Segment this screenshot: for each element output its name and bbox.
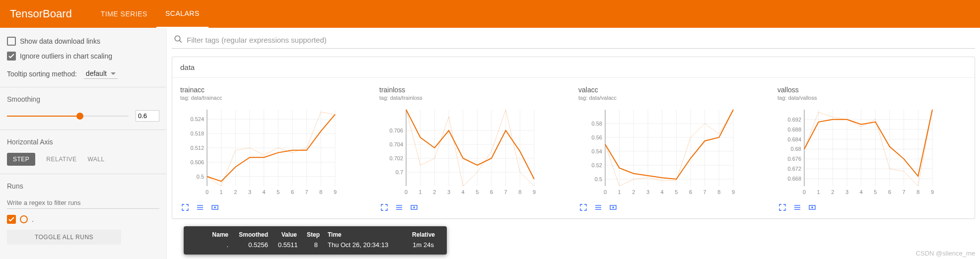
tt-h-smoothed: Smoothed (233, 231, 273, 238)
chart-title: trainloss (379, 86, 568, 94)
label-tooltip-sort: Tooltip sorting method: (7, 70, 77, 78)
chart-title: valacc (578, 86, 768, 94)
main-panel: data trainacc tag: data/trainacc 0.50.50… (167, 28, 980, 259)
svg-text:0.512: 0.512 (190, 145, 204, 151)
svg-point-71 (414, 207, 415, 208)
svg-text:0.524: 0.524 (190, 116, 204, 122)
expand-icon[interactable] (777, 203, 787, 211)
haxis-relative[interactable]: RELATIVE (46, 156, 76, 163)
svg-text:0: 0 (405, 189, 408, 195)
rect-icon[interactable] (807, 203, 817, 211)
chart-tag: tag: data/valloss (777, 95, 967, 101)
svg-text:0: 0 (803, 189, 806, 195)
chart-plot[interactable]: 0.50.5060.5120.5180.5240123456789 (180, 104, 369, 199)
list-icon[interactable] (792, 203, 802, 211)
checkbox-run-0[interactable] (7, 215, 16, 224)
search-input[interactable] (187, 36, 975, 44)
svg-text:2: 2 (433, 189, 436, 195)
chart-tag: tag: data/trainloss (379, 95, 568, 101)
tt-smoothed: 0.5256 (233, 241, 273, 249)
brand-logo: TensorBoard (10, 7, 72, 20)
svg-text:0.706: 0.706 (389, 128, 403, 133)
checkbox-ignore-outliers[interactable] (7, 52, 16, 61)
svg-text:0.702: 0.702 (389, 155, 403, 161)
expand-icon[interactable] (379, 203, 389, 211)
svg-text:0.58: 0.58 (592, 121, 602, 127)
svg-text:1: 1 (618, 189, 621, 195)
svg-text:7: 7 (305, 189, 308, 195)
svg-text:0.684: 0.684 (787, 136, 801, 142)
nav-tabs: TIME SERIES SCALARS (92, 0, 209, 28)
svg-point-147 (812, 207, 813, 208)
chart-trainacc: trainacc tag: data/trainacc 0.50.5060.51… (175, 82, 374, 213)
chart-actions (180, 203, 369, 211)
tab-scalars[interactable]: SCALARS (156, 0, 209, 28)
group-title: data (172, 57, 975, 78)
rect-icon[interactable] (608, 203, 618, 211)
svg-text:0: 0 (206, 189, 209, 195)
svg-text:6: 6 (291, 189, 294, 195)
svg-text:1: 1 (419, 189, 422, 195)
svg-text:4: 4 (860, 189, 863, 195)
chart-title: valloss (777, 86, 967, 94)
svg-text:0.52: 0.52 (592, 162, 602, 168)
svg-text:0.676: 0.676 (787, 156, 801, 162)
svg-point-0 (175, 36, 180, 41)
svg-text:0.7: 0.7 (396, 169, 403, 175)
svg-text:9: 9 (533, 189, 536, 195)
svg-line-1 (179, 40, 182, 43)
rect-icon[interactable] (210, 203, 220, 211)
chart-actions (777, 203, 967, 211)
list-icon[interactable] (394, 203, 404, 211)
toggle-all-runs-button[interactable]: TOGGLE ALL RUNS (7, 230, 121, 245)
chart-title: trainacc (180, 86, 369, 94)
select-tooltip-sort[interactable]: default (84, 68, 118, 79)
list-icon[interactable] (593, 203, 603, 211)
svg-text:7: 7 (703, 189, 706, 195)
svg-text:0.506: 0.506 (190, 159, 204, 165)
svg-text:8: 8 (916, 189, 919, 195)
svg-text:0.672: 0.672 (787, 166, 801, 172)
rect-icon[interactable] (409, 203, 419, 211)
chart-tag: tag: data/trainacc (180, 95, 369, 101)
svg-text:8: 8 (717, 189, 720, 195)
search-icon (174, 35, 183, 45)
run-label-0: . (32, 215, 34, 223)
tt-h-value: Value (273, 231, 302, 238)
tt-h-time: Time (323, 231, 407, 238)
svg-text:5: 5 (874, 189, 877, 195)
svg-point-107 (613, 207, 614, 208)
input-runs-filter[interactable] (7, 197, 159, 209)
svg-text:6: 6 (689, 189, 692, 195)
list-icon[interactable] (195, 203, 205, 211)
label-horizontal-axis: Horizontal Axis (7, 138, 159, 146)
label-ignore-outliers: Ignore outliers in chart scaling (20, 52, 112, 60)
expand-icon[interactable] (578, 203, 588, 211)
svg-text:0.518: 0.518 (190, 130, 204, 136)
svg-text:5: 5 (675, 189, 678, 195)
haxis-wall[interactable]: WALL (87, 156, 104, 163)
svg-text:4: 4 (462, 189, 465, 195)
chart-plot[interactable]: 0.70.7020.7040.7060123456789 (379, 104, 568, 199)
svg-text:1: 1 (817, 189, 820, 195)
chart-plot[interactable]: 0.6680.6720.6760.680.6840.6880.692012345… (777, 104, 967, 199)
svg-text:0.5: 0.5 (197, 174, 204, 180)
app-header: TensorBoard TIME SERIES SCALARS (0, 0, 980, 28)
svg-text:9: 9 (931, 189, 934, 195)
svg-text:0.704: 0.704 (389, 141, 403, 147)
radio-run-0[interactable] (20, 215, 28, 223)
checkbox-show-download[interactable] (7, 37, 16, 46)
tab-time-series[interactable]: TIME SERIES (92, 0, 156, 28)
svg-text:9: 9 (334, 189, 337, 195)
svg-text:0.668: 0.668 (787, 176, 801, 182)
slider-smoothing[interactable] (7, 111, 129, 121)
input-smoothing-value[interactable] (136, 110, 159, 122)
svg-text:3: 3 (447, 189, 450, 195)
svg-text:5: 5 (277, 189, 280, 195)
chart-plot[interactable]: 0.50.520.540.560.580123456789 (578, 104, 768, 199)
expand-icon[interactable] (180, 203, 190, 211)
haxis-step[interactable]: STEP (7, 153, 35, 166)
label-runs: Runs (7, 182, 159, 190)
tt-h-name: Name (207, 231, 233, 238)
tt-step: 8 (302, 241, 323, 249)
